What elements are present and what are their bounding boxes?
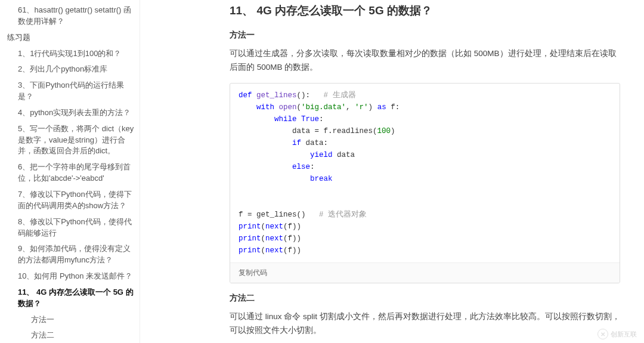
toc-item[interactable]: 5、写一个函数，将两个 dict（key 是数字，value是string）进行… [5, 121, 140, 160]
toc-item[interactable]: 9、如何添加代码，使得没有定义的方法都调用myfunc方法？ [5, 241, 140, 268]
toc-item[interactable]: 方法二 [5, 327, 140, 343]
toc-item[interactable]: 2、列出几个python标准库 [5, 61, 140, 78]
method1-desc: 可以通过生成器，分多次读取，每次读取数量相对少的数据（比如 500MB）进行处理… [230, 47, 620, 75]
method2-title: 方法二 [230, 293, 620, 304]
method1-title: 方法一 [230, 30, 620, 41]
code-content: def get_lines(): # 生成器 with open('big.da… [230, 84, 620, 262]
toc-item[interactable]: 1、1行代码实现1到100的和？ [5, 46, 140, 62]
heading-q11a: 11、 4G 内存怎么读取一个 5G 的数据？ [230, 2, 620, 19]
copy-code-button[interactable]: 复制代码 [230, 262, 620, 283]
toc-item[interactable]: 3、下面Python代码的运行结果是？ [5, 78, 140, 105]
toc-item[interactable]: 10、如何用 Python 来发送邮件？ [5, 268, 140, 285]
toc-item[interactable]: 11、 4G 内存怎么读取一个 5G 的数据？ [5, 285, 140, 312]
toc-item[interactable]: 61、hasattr() getattr() setattr() 函数使用详解？ [5, 2, 140, 30]
toc-item[interactable]: 7、修改以下Python代码，使得下面的代码调用类A的show方法？ [5, 187, 140, 214]
method2-desc: 可以通过 linux 命令 split 切割成小文件，然后再对数据进行处理，此方… [230, 310, 620, 338]
toc-item[interactable]: 8、修改以下Python代码，使得代码能够运行 [5, 214, 140, 242]
toc-item[interactable]: 方法一 [5, 312, 140, 328]
toc-item[interactable]: 4、python实现列表去重的方法？ [5, 105, 140, 121]
code-block: def get_lines(): # 生成器 with open('big.da… [230, 83, 620, 283]
toc-item[interactable]: 6、把一个字符串的尾字母移到首位，比如'abcde'->'eabcd' [5, 159, 140, 187]
toc-sidebar[interactable]: 61、hasattr() getattr() setattr() 函数使用详解？… [0, 0, 140, 343]
article-main: 11、 4G 内存怎么读取一个 5G 的数据？ 方法一 可以通过生成器，分多次读… [140, 0, 644, 343]
toc-item[interactable]: 练习题 [5, 30, 140, 46]
